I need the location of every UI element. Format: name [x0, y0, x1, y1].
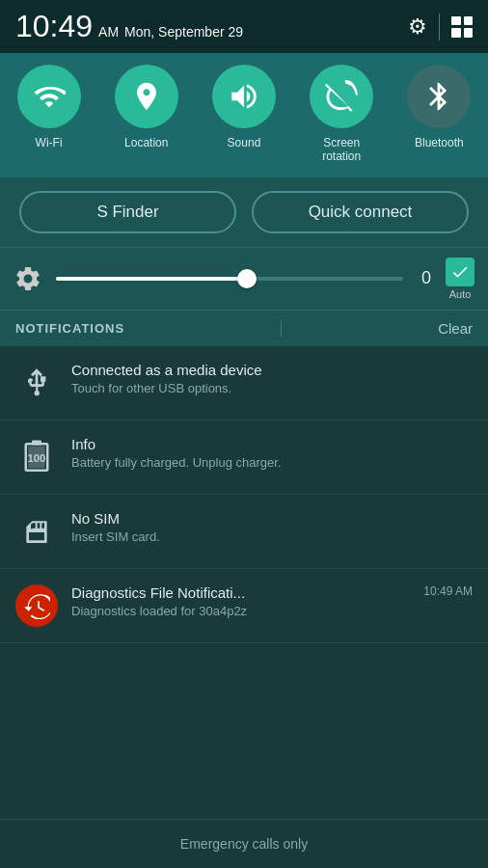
clock-date: Mon, September 29: [124, 24, 243, 40]
svg-rect-1: [32, 440, 41, 445]
screen-rotation-label: Screen rotation: [322, 136, 361, 164]
clock-ampm: AM: [98, 24, 119, 40]
wifi-icon: [33, 80, 66, 113]
brightness-thumb: [237, 269, 257, 288]
notification-diagnostics[interactable]: Diagnostics File Notificati... Diagnosti…: [0, 569, 488, 643]
battery-notif-title: Info: [71, 436, 473, 452]
sound-label: Sound: [228, 136, 261, 149]
wifi-label: Wi-Fi: [36, 136, 63, 149]
status-divider: [439, 14, 440, 41]
clear-notifications-button[interactable]: Clear: [438, 320, 473, 337]
notifications-list: Connected as a media device Touch for ot…: [0, 346, 488, 643]
diag-circle: [15, 584, 58, 627]
clock-time: 10:49: [15, 9, 93, 44]
screen-rotation-tile[interactable]: Screen rotation: [293, 65, 390, 164]
notifications-header: NOTIFICATIONS Clear: [0, 310, 488, 346]
diag-icon-wrap: [15, 584, 58, 627]
sound-icon: [228, 80, 260, 113]
sim-notif-subtitle: Insert SIM card.: [71, 529, 473, 544]
diag-notif-title: Diagnostics File Notificati...: [71, 584, 410, 601]
battery-notif-subtitle: Battery fully charged. Unplug charger.: [71, 455, 473, 470]
auto-brightness-toggle[interactable]: Auto: [446, 258, 474, 300]
settings-icon[interactable]: ⚙: [408, 14, 427, 40]
auto-label: Auto: [449, 288, 472, 300]
status-icons: ⚙: [408, 14, 473, 41]
screen-rotation-icon: [325, 80, 358, 113]
brightness-value: 0: [417, 268, 436, 288]
sim-notif-title: No SIM: [71, 510, 473, 527]
sim-icon: [21, 516, 52, 547]
brightness-row: 0 Auto: [0, 247, 488, 310]
usb-icon-wrap: [15, 362, 58, 404]
time-display: 10:49 AM Mon, September 29: [15, 9, 243, 44]
svg-text:100: 100: [28, 452, 46, 464]
bluetooth-icon: [422, 80, 455, 113]
wifi-icon-circle: [17, 65, 81, 128]
quick-settings-panel: Wi-Fi Location Sound: [0, 53, 488, 177]
notification-sim[interactable]: No SIM Insert SIM card.: [0, 495, 488, 569]
usb-notif-content: Connected as a media device Touch for ot…: [71, 362, 473, 395]
notifications-title: NOTIFICATIONS: [15, 321, 124, 336]
screen-rotation-icon-circle: [310, 65, 373, 128]
checkmark-icon: [450, 262, 470, 282]
s-finder-button[interactable]: S Finder: [19, 191, 236, 233]
diag-notif-time: 10:49 AM: [423, 584, 473, 598]
battery-icon: 100: [22, 438, 51, 476]
battery-notif-content: Info Battery fully charged. Unplug charg…: [71, 436, 473, 470]
usb-notif-title: Connected as a media device: [71, 362, 473, 378]
brightness-icon: [14, 264, 42, 293]
grid-icon[interactable]: [451, 16, 473, 38]
brightness-fill: [56, 277, 247, 281]
auto-check-box: [446, 258, 474, 286]
notification-usb[interactable]: Connected as a media device Touch for ot…: [0, 346, 488, 420]
wifi-tile[interactable]: Wi-Fi: [1, 65, 97, 149]
location-label: Location: [124, 136, 168, 149]
location-icon: [130, 80, 163, 113]
quick-tiles-row: Wi-Fi Location Sound: [0, 65, 488, 164]
notification-battery[interactable]: 100 Info Battery fully charged. Unplug c…: [0, 420, 488, 495]
location-tile[interactable]: Location: [98, 65, 195, 149]
battery-icon-wrap: 100: [15, 436, 58, 478]
diag-notif-subtitle: Diagnostics loaded for 30a4p2z: [71, 604, 410, 618]
bluetooth-tile[interactable]: Bluetooth: [391, 65, 487, 149]
bluetooth-icon-circle: [407, 65, 471, 128]
emergency-bar: Emergency calls only: [0, 819, 488, 868]
quick-actions-bar: S Finder Quick connect: [0, 177, 488, 247]
quick-connect-button[interactable]: Quick connect: [252, 191, 469, 233]
sound-icon-circle: [212, 65, 276, 128]
usb-notif-subtitle: Touch for other USB options.: [71, 381, 473, 395]
location-icon-circle: [115, 65, 178, 128]
notif-header-divider: [281, 320, 282, 337]
status-bar: 10:49 AM Mon, September 29 ⚙: [0, 0, 488, 53]
emergency-text: Emergency calls only: [180, 836, 308, 852]
sim-icon-wrap: [15, 510, 58, 553]
sound-tile[interactable]: Sound: [196, 65, 292, 149]
sim-notif-content: No SIM Insert SIM card.: [71, 510, 473, 544]
diag-icon: [23, 592, 50, 619]
usb-icon: [21, 367, 52, 398]
bluetooth-label: Bluetooth: [415, 136, 464, 149]
diag-notif-content: Diagnostics File Notificati... Diagnosti…: [71, 584, 410, 618]
brightness-slider[interactable]: [56, 277, 403, 281]
